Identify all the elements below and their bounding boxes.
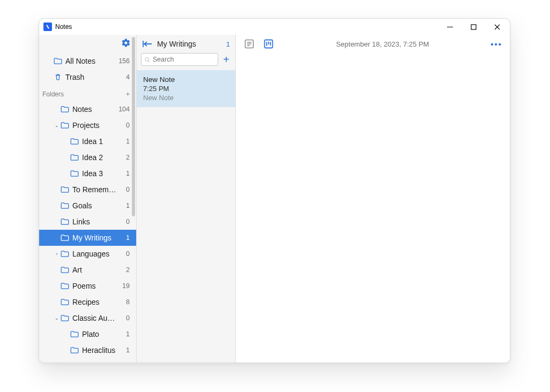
sidebar-folder-item[interactable]: ⌄Classic Aut…0 xyxy=(39,310,136,326)
folder-icon xyxy=(70,346,82,354)
note-time: 7:25 PM xyxy=(143,85,229,93)
sidebar-folder-item[interactable]: Idea 31 xyxy=(39,165,136,182)
folder-count: 1 xyxy=(117,202,130,209)
sidebar-trash[interactable]: Trash 4 xyxy=(39,69,136,85)
folder-label: Projects xyxy=(72,121,117,130)
editor-header: September 18, 2023, 7:25 PM ••• xyxy=(236,35,510,53)
sidebar-folder-item[interactable]: ›Languages0 xyxy=(39,246,136,262)
folder-icon xyxy=(61,250,72,258)
sidebar-folder-item[interactable]: Art2 xyxy=(39,262,136,278)
folder-icon xyxy=(61,298,72,306)
trash-count: 4 xyxy=(117,73,130,81)
all-notes-label: All Notes xyxy=(65,57,117,65)
sidebar-folder-item[interactable]: Notes104 xyxy=(39,101,136,117)
settings-button[interactable] xyxy=(121,38,131,50)
sidebar-folder-item[interactable]: ⌄Projects0 xyxy=(39,117,136,133)
text-view-icon xyxy=(244,39,254,49)
titlebar: Notes xyxy=(39,19,510,35)
folder-count: 1 xyxy=(117,346,130,354)
folder-label: Links xyxy=(72,217,117,226)
sidebar-folder-item[interactable]: Idea 11 xyxy=(39,133,136,149)
window-title: Notes xyxy=(55,23,72,31)
folder-label: Poems xyxy=(72,282,117,290)
note-title: New Note xyxy=(143,76,229,84)
sidebar-folder-item[interactable]: Poems19 xyxy=(39,278,136,294)
new-note-button[interactable]: + xyxy=(221,54,231,66)
search-input[interactable] xyxy=(153,56,214,63)
sidebar-folder-item[interactable]: Links0 xyxy=(39,214,136,230)
sidebar-folder-item[interactable]: Goals1 xyxy=(39,198,136,214)
sidebar-folder-item[interactable]: My Writings1 xyxy=(39,230,136,246)
sidebar-folder-item[interactable]: Heraclitus1 xyxy=(39,342,136,358)
sidebar-folder-item[interactable]: Idea 22 xyxy=(39,149,136,165)
folder-label: Goals xyxy=(72,201,117,210)
folder-count: 0 xyxy=(117,250,130,258)
folder-count: 1 xyxy=(117,138,130,145)
folder-count: 2 xyxy=(117,266,130,274)
maximize-button[interactable] xyxy=(462,19,485,35)
folder-icon xyxy=(61,105,72,113)
search-box[interactable] xyxy=(141,53,218,66)
folder-label: Languages xyxy=(72,250,117,258)
folder-count: 8 xyxy=(117,298,130,306)
sidebar-all-notes[interactable]: All Notes 156 xyxy=(39,53,136,69)
kanban-view-button[interactable] xyxy=(263,38,274,50)
folder-count: 0 xyxy=(117,122,130,129)
gear-icon xyxy=(121,38,131,48)
svg-point-6 xyxy=(145,57,149,61)
chevron-icon[interactable]: ⌄ xyxy=(54,315,60,321)
settings-row xyxy=(39,35,136,53)
folder-label: Recipes xyxy=(72,298,117,306)
chevron-icon[interactable]: ⌄ xyxy=(54,123,60,128)
scrollbar-thumb[interactable] xyxy=(132,37,135,216)
app-icon xyxy=(43,22,52,31)
collapse-sidebar-button[interactable] xyxy=(142,40,153,48)
folder-label: My Writings xyxy=(72,233,117,242)
folder-label: Heraclitus xyxy=(82,346,117,355)
all-notes-icon xyxy=(54,57,65,65)
folder-icon xyxy=(61,282,72,290)
add-folder-button[interactable]: + xyxy=(126,91,130,98)
close-button[interactable] xyxy=(485,19,509,35)
folder-label: Notes xyxy=(72,105,117,114)
window: Notes xyxy=(39,18,510,363)
note-list-count: 1 xyxy=(226,40,230,48)
sidebar-folder-item[interactable]: Plato1 xyxy=(39,326,136,342)
chevron-icon[interactable]: › xyxy=(54,251,60,257)
folder-icon xyxy=(61,202,72,209)
text-view-button[interactable] xyxy=(243,38,255,50)
folder-icon xyxy=(70,138,82,145)
folder-label: Art xyxy=(72,266,117,274)
minimize-button[interactable] xyxy=(438,19,462,35)
sidebar-scrollbar[interactable] xyxy=(132,37,135,332)
note-list-title: My Writings xyxy=(157,40,222,48)
trash-icon xyxy=(54,73,65,81)
folder-label: Idea 2 xyxy=(82,153,117,162)
note-list-item[interactable]: New Note 7:25 PM New Note xyxy=(137,70,235,107)
svg-line-7 xyxy=(148,61,150,62)
note-list-header: My Writings 1 xyxy=(137,35,235,53)
titlebar-left: Notes xyxy=(43,22,72,31)
more-menu-button[interactable]: ••• xyxy=(490,40,502,49)
folder-count: 0 xyxy=(117,218,130,225)
sidebar-folder-item[interactable]: To Remem…0 xyxy=(39,182,136,198)
folder-icon xyxy=(61,266,72,274)
folder-label: Idea 3 xyxy=(82,169,117,178)
sidebar: All Notes 156 Trash 4 Folders + Notes104… xyxy=(39,35,136,363)
all-notes-count: 156 xyxy=(117,57,130,65)
folder-label: Classic Aut… xyxy=(72,314,117,322)
folder-label: Plato xyxy=(82,330,117,338)
folder-icon xyxy=(70,330,82,338)
folder-icon xyxy=(61,186,72,193)
folder-label: Idea 1 xyxy=(82,137,117,146)
folder-icon xyxy=(61,314,72,322)
folder-count: 1 xyxy=(117,170,130,177)
svg-rect-1 xyxy=(471,25,476,29)
search-icon xyxy=(145,57,150,63)
sidebar-folder-item[interactable]: Recipes8 xyxy=(39,294,136,310)
note-list-column: My Writings 1 + New Note 7:25 PM New Not… xyxy=(136,35,236,363)
folder-icon xyxy=(61,218,72,225)
trash-label: Trash xyxy=(65,73,117,81)
folder-icon xyxy=(70,170,82,177)
editor-column: September 18, 2023, 7:25 PM ••• xyxy=(236,35,510,363)
